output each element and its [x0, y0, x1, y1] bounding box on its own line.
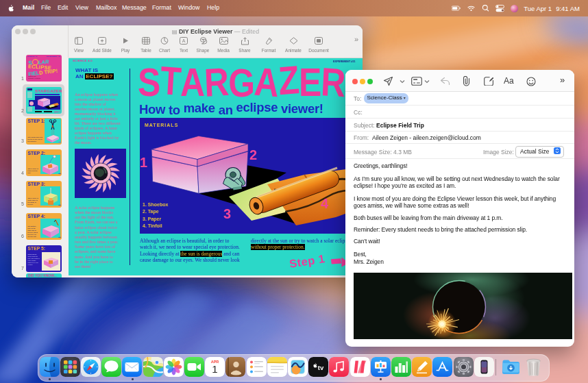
svg-text:1: 1: [212, 363, 217, 375]
svg-text:A: A: [182, 38, 186, 43]
svg-text:tv: tv: [318, 364, 324, 371]
